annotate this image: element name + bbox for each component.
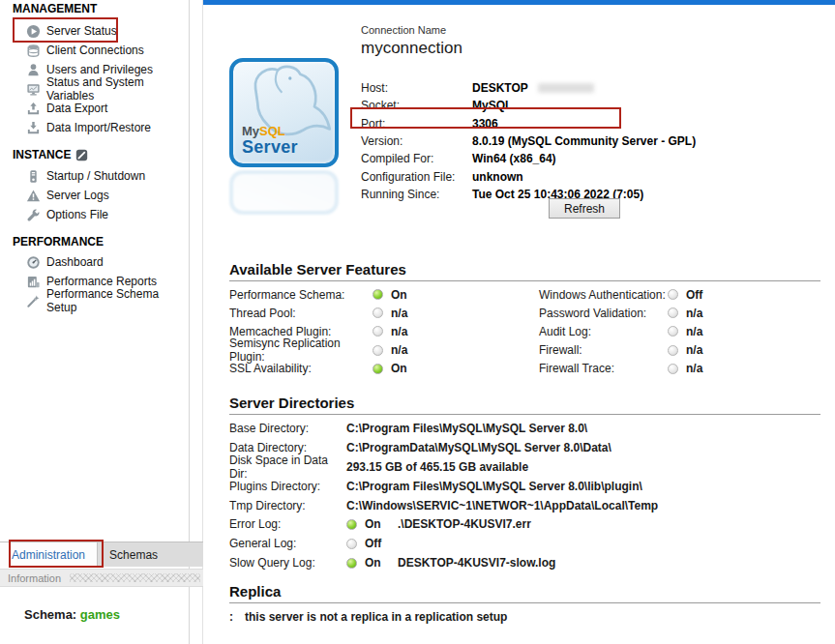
feature-row: Performance Schema: On (229, 285, 539, 304)
replica-status-text: this server is not a replica in a replic… (245, 610, 507, 624)
information-panel-texture (70, 573, 200, 582)
directory-value: 293.15 GB of 465.15 GB available (346, 460, 528, 474)
status-led-icon (346, 539, 357, 549)
directory-value: C:\Windows\SERVIC~1\NETWOR~1\AppData\Loc… (346, 499, 658, 512)
server-directories-section: Server Directories Base Directory: C:\Pr… (229, 395, 820, 572)
wrench-icon (25, 207, 41, 222)
monitor-icon (25, 81, 41, 97)
sidebar-item-status-system-variables[interactable]: Status and System Variables (25, 79, 188, 99)
feature-value: n/a (686, 343, 702, 357)
sidebar-item-performance-schema-setup[interactable]: Performance Schema Setup (25, 291, 188, 310)
schema-label: Schema: (24, 607, 76, 622)
feature-value: n/a (391, 343, 407, 357)
sidebar-item-server-status[interactable]: Server Status (25, 21, 188, 41)
information-panel-header[interactable]: Information (0, 569, 203, 587)
log-state: On (365, 517, 398, 531)
feature-label: Semisync Replication Plugin: (229, 337, 373, 364)
detail-row-port: Port: 3306 (361, 115, 816, 132)
feature-row: SSL Availability: On (229, 360, 539, 378)
sidebar-item-options-file[interactable]: Options File (25, 205, 188, 224)
feature-label: Windows Authentication: (539, 288, 668, 302)
log-state: On (365, 556, 398, 570)
replica-section: Replica : this server is not a replica i… (229, 583, 820, 624)
sidebar-item-label: Client Connections (46, 44, 144, 57)
detail-label: Socket: (361, 99, 472, 112)
section-header-label: PERFORMANCE (13, 235, 104, 249)
feature-row: Password Validation: n/a (539, 304, 702, 322)
feature-row: Semisync Replication Plugin: n/a (229, 341, 539, 360)
replica-status-row: : this server is not a replica in a repl… (229, 610, 820, 624)
log-row-slow-query-log: Slow Query Log: On DESKTOP-4KUSVI7-slow.… (229, 553, 820, 572)
log-label: General Log: (229, 537, 346, 550)
section-header-instance: INSTANCE (13, 148, 88, 161)
sidebar-item-label: Server Status (46, 24, 117, 38)
log-state: Off (365, 537, 398, 550)
section-header-label: MANAGEMENT (13, 2, 97, 15)
sidebar-item-label: Performance Schema Setup (46, 287, 188, 314)
log-value: .\DESKTOP-4KUSVI7.err (398, 517, 531, 531)
detail-row-compiled-for: Compiled For: Win64 (x86_64) (361, 150, 816, 167)
detail-value: DESKTOP (472, 81, 528, 95)
section-header-management: MANAGEMENT (13, 2, 97, 15)
sidebar-item-server-logs[interactable]: Server Logs (25, 186, 188, 205)
import-icon (25, 120, 41, 135)
directory-label: Disk Space in Data Dir: (229, 454, 346, 481)
feature-label: SSL Availability: (229, 362, 373, 375)
detail-label: Host: (361, 81, 472, 95)
feature-value: On (391, 288, 407, 302)
tab-administration[interactable]: Administration (0, 542, 98, 567)
status-led-icon (373, 345, 383, 356)
mysql-workbench-server-status-page: MANAGEMENT Server Status Client Connecti… (0, 0, 835, 644)
features-left-column: Performance Schema: On Thread Pool: n/a … (229, 285, 539, 378)
feature-label: Performance Schema: (229, 288, 373, 302)
section-title: Replica (229, 583, 820, 603)
section-header-performance: PERFORMANCE (13, 235, 104, 249)
power-icon (25, 168, 41, 184)
active-tab-accent-bar (203, 0, 835, 5)
sidebar-item-dashboard[interactable]: Dashboard (25, 252, 188, 272)
directory-label: Data Directory: (229, 441, 346, 454)
feature-row: Audit Log: n/a (539, 322, 702, 340)
refresh-button[interactable]: Refresh (549, 198, 620, 219)
feature-row: Windows Authentication: Off (539, 285, 702, 304)
directory-row: Base Directory: C:\Program Files\MySQL\M… (229, 419, 820, 438)
logo-server: Server (242, 138, 298, 156)
connection-detail-rows: Host: DESKTOP Socket: MySQL Port: 3306 V… (361, 79, 816, 203)
sidebar-item-label: Performance Reports (46, 275, 157, 288)
instance-badge-icon (75, 149, 88, 161)
feature-label: Audit Log: (539, 325, 668, 338)
mysql-logo-text: MySQL Server (242, 125, 298, 156)
connection-info-block: Connection Name myconnection Host: DESKT… (361, 24, 816, 58)
tab-schemas[interactable]: Schemas (98, 542, 169, 567)
status-led-icon (668, 326, 678, 337)
detail-label: Port: (361, 117, 472, 131)
directory-value: C:\ProgramData\MySQL\MySQL Server 8.0\Da… (346, 441, 611, 454)
feature-value: On (391, 362, 407, 375)
sidebar-item-label: Data Export (46, 102, 107, 115)
sidebar-item-label: Data Import/Restore (46, 121, 151, 134)
sidebar-item-data-import-restore[interactable]: Data Import/Restore (25, 118, 188, 137)
schema-setup-icon (25, 293, 41, 308)
sidebar-item-data-export[interactable]: Data Export (25, 99, 188, 118)
feature-value: n/a (686, 362, 702, 375)
gauge-icon (25, 254, 41, 270)
sidebar-item-client-connections[interactable]: Client Connections (25, 41, 188, 60)
sidebar-item-startup-shutdown[interactable]: Startup / Shutdown (25, 166, 188, 186)
export-icon (25, 101, 41, 116)
detail-value: 8.0.19 (MySQL Community Server - GPL) (472, 134, 696, 148)
detail-row-socket: Socket: MySQL (361, 97, 816, 114)
replica-row-label: : (229, 610, 245, 624)
tab-label: Schemas (109, 548, 158, 562)
user-icon (25, 62, 41, 77)
log-label: Error Log: (229, 517, 346, 531)
status-led-icon (373, 326, 383, 337)
detail-row-version: Version: 8.0.19 (MySQL Community Server … (361, 132, 816, 150)
sidebar-item-label: Users and Privileges (46, 63, 153, 76)
feature-row: Firewall: n/a (539, 341, 702, 360)
schema-indicator: Schema: games (24, 607, 120, 622)
server-status-main-panel: MySQL Server Connection Name myconnectio… (203, 0, 835, 644)
status-led-icon (668, 364, 678, 374)
features-right-column: Windows Authentication: Off Password Val… (539, 285, 702, 378)
detail-row-host: Host: DESKTOP (361, 79, 816, 97)
feature-label: Firewall: (539, 343, 668, 357)
